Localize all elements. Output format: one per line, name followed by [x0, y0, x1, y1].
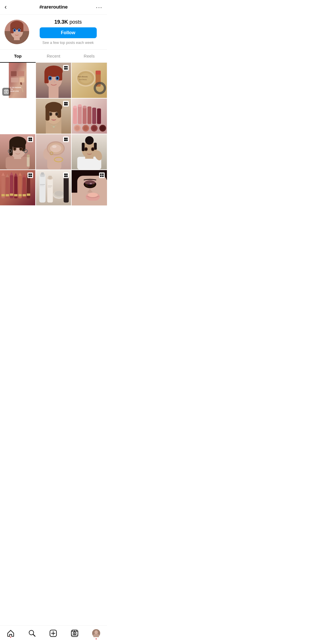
svg-rect-149	[6, 194, 9, 196]
svg-rect-152	[18, 194, 22, 196]
svg-point-85	[83, 105, 87, 108]
grid-item-11[interactable]	[72, 170, 107, 205]
svg-point-51	[57, 78, 58, 79]
svg-text:YOU: YOU	[10, 89, 13, 90]
multi-post-icon-2	[63, 101, 69, 107]
svg-point-13	[17, 33, 18, 34]
svg-rect-184	[83, 201, 107, 205]
svg-point-11	[14, 30, 15, 31]
svg-line-16	[15, 28, 16, 29]
svg-point-53	[48, 80, 49, 80]
svg-point-75	[56, 113, 58, 115]
weekly-text: See a few top posts each week	[43, 40, 94, 45]
profile-info: 19.3K posts Follow See a few top posts e…	[34, 19, 102, 45]
grid-item-10[interactable]	[36, 170, 71, 205]
svg-rect-88	[97, 108, 101, 124]
svg-rect-87	[92, 107, 96, 124]
svg-rect-158	[41, 172, 44, 175]
svg-text:IF YOU KNOW ME,: IF YOU KNOW ME,	[10, 87, 21, 88]
svg-rect-44	[44, 71, 49, 83]
svg-point-92	[84, 126, 88, 131]
svg-point-131	[92, 148, 94, 150]
svg-rect-159	[47, 179, 53, 203]
post-grid: IF YOU KNOW ME, YOU KNOW I LOVE	[0, 63, 107, 205]
grid-item-2[interactable]	[36, 63, 71, 98]
svg-text:Rare Beauty: Rare Beauty	[78, 76, 88, 78]
svg-rect-23	[18, 71, 24, 76]
tabs-bar: Top Recent Reels	[0, 50, 107, 63]
back-button[interactable]: ‹	[5, 3, 13, 11]
grid-item-4[interactable]	[36, 99, 71, 134]
grid-item-3[interactable]: Rare Beauty Rare Beauty	[72, 63, 107, 98]
svg-rect-24	[11, 78, 19, 82]
svg-point-183	[88, 193, 98, 197]
svg-point-54	[49, 81, 50, 81]
svg-point-125	[85, 136, 94, 145]
svg-rect-22	[11, 71, 17, 76]
svg-point-83	[78, 104, 82, 107]
avatar[interactable]	[5, 20, 29, 44]
svg-rect-82	[78, 105, 82, 124]
svg-rect-62	[96, 71, 101, 75]
svg-rect-168	[40, 184, 45, 185]
tab-reels[interactable]: Reels	[71, 50, 107, 62]
profile-section: 19.3K posts Follow See a few top posts e…	[0, 15, 107, 48]
svg-point-56	[59, 81, 59, 81]
svg-point-81	[73, 105, 77, 108]
svg-point-12	[19, 30, 20, 31]
multi-post-icon-10	[63, 172, 69, 178]
more-options-button[interactable]: ···	[94, 4, 102, 11]
svg-rect-126	[82, 143, 85, 151]
svg-rect-171	[48, 187, 51, 187]
svg-rect-71	[57, 106, 61, 118]
svg-rect-111	[27, 155, 30, 158]
page-title: #rareroutine	[13, 4, 94, 10]
multi-post-icon-6	[27, 136, 33, 142]
follow-button[interactable]: Follow	[40, 27, 97, 38]
grid-item-5[interactable]	[72, 99, 107, 134]
grid-item-8[interactable]	[72, 134, 107, 170]
svg-rect-70	[45, 106, 49, 120]
header: ‹ #rareroutine ···	[0, 0, 107, 15]
reel-icon	[2, 88, 10, 96]
svg-point-107	[20, 148, 22, 150]
svg-rect-80	[73, 107, 77, 124]
svg-text:KNOW I LOVE: KNOW I LOVE	[10, 91, 19, 92]
multi-post-icon-7	[63, 136, 69, 142]
svg-point-130	[85, 148, 87, 150]
svg-point-118	[52, 145, 56, 148]
grid-item-9[interactable]	[0, 170, 35, 205]
svg-point-181	[84, 180, 96, 185]
tab-recent[interactable]: Recent	[36, 50, 71, 62]
svg-rect-161	[48, 176, 52, 179]
svg-point-55	[58, 80, 58, 80]
svg-point-164	[54, 191, 64, 196]
multi-post-icon	[63, 65, 69, 71]
svg-rect-165	[64, 177, 69, 203]
svg-rect-84	[83, 107, 87, 124]
svg-rect-102	[9, 142, 13, 156]
svg-point-90	[75, 126, 80, 131]
grid-item-6[interactable]	[0, 134, 35, 170]
svg-line-17	[18, 28, 18, 29]
svg-rect-151	[14, 194, 17, 196]
grid-item-7[interactable]	[36, 134, 71, 170]
svg-rect-169	[40, 186, 44, 186]
posts-count: 19.3K posts	[54, 19, 82, 25]
svg-rect-86	[88, 106, 92, 124]
svg-rect-156	[39, 174, 46, 203]
svg-rect-150	[10, 193, 13, 196]
multi-post-icon-11	[99, 172, 105, 178]
grid-item-1[interactable]: IF YOU KNOW ME, YOU KNOW I LOVE	[0, 63, 35, 98]
svg-rect-170	[48, 186, 52, 186]
svg-rect-5	[10, 25, 14, 33]
svg-point-60	[80, 73, 92, 83]
svg-point-74	[50, 113, 52, 115]
tab-top[interactable]: Top	[0, 50, 36, 62]
svg-point-96	[100, 126, 105, 131]
svg-point-94	[92, 126, 97, 131]
svg-point-33	[6, 91, 7, 92]
svg-rect-153	[23, 194, 26, 196]
svg-point-106	[14, 148, 16, 150]
svg-point-50	[49, 78, 51, 79]
